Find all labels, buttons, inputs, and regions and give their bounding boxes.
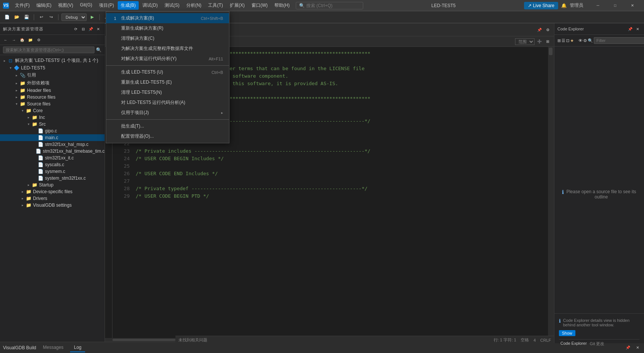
menu-rebuild-solution[interactable]: 重新生成解决方案(R)	[106, 23, 229, 33]
tree-visualgdb-settings[interactable]: ▸ 📁 VisualGDB settings	[0, 202, 105, 209]
close-button[interactable]: ✕	[624, 0, 641, 11]
rp-btn-2[interactable]: ☰	[562, 36, 565, 45]
rp-btn-filter[interactable]: ⚙	[583, 36, 587, 45]
bottom-tab-messages[interactable]: Messages	[39, 343, 67, 352]
sidebar-nav-back[interactable]: ←	[2, 36, 9, 43]
sidebar-btn-close[interactable]: ✕	[95, 26, 102, 32]
sidebar-nav-forward[interactable]: →	[10, 36, 17, 43]
line-number: 25	[114, 162, 130, 170]
editor-hscrollbar[interactable]: 未找到相关问题 行: 1 字符: 1 空格 4 CRLF	[105, 338, 554, 342]
menu-generate-db[interactable]: 为解决方案生成完整程序数据库文件	[106, 44, 229, 54]
menu-build[interactable]: 生成(B)	[118, 1, 139, 10]
rp-btn-view[interactable]: 👁	[578, 36, 583, 45]
menu-window[interactable]: 窗口(W)	[249, 1, 271, 10]
tree-drivers-label: Drivers	[33, 196, 47, 201]
menu-test[interactable]: 测试(S)	[162, 1, 183, 10]
editor-pin-btn[interactable]: 📌	[536, 26, 543, 33]
tree-main-c[interactable]: ▸ 📄 main.c	[0, 134, 105, 141]
search-input[interactable]	[306, 3, 355, 8]
rp-btn-search[interactable]: 🔍	[588, 36, 593, 45]
sidebar-show-all-files[interactable]: 📁	[27, 36, 34, 43]
menu-help[interactable]: 帮助(H)	[271, 1, 293, 10]
editor-toolbar-btn-add[interactable]: ➕	[536, 38, 543, 45]
menu-view[interactable]: 视图(V)	[55, 1, 76, 10]
code-explorer-pin-btn[interactable]: 📌	[627, 26, 634, 32]
menu-analyze[interactable]: 分析(N)	[183, 1, 205, 10]
code-explorer-subtab[interactable]: Code Explorer	[559, 341, 588, 347]
menu-clean-solution[interactable]: 清理解决方案(C)	[106, 33, 229, 44]
show-button[interactable]: Show	[559, 330, 575, 336]
tree-solution[interactable]: ▸ ⊡ 解决方案 'LED-TEST5' (1 个项目, 共 1 个)	[0, 57, 105, 65]
bottom-tab-log[interactable]: Log	[70, 343, 85, 352]
toolbar-save[interactable]: 💾	[22, 13, 31, 21]
tree-inc[interactable]: ▸ 📁 Inc	[0, 114, 105, 121]
menu-git[interactable]: Git(G)	[77, 1, 95, 10]
menu-build-solution[interactable]: 1 生成解决方案(B) Ctrl+Shift+B	[106, 13, 229, 23]
toolbar-new[interactable]: 📄	[3, 13, 11, 21]
sidebar-btn-sync[interactable]: ⟳	[72, 26, 79, 32]
menu-file[interactable]: 文件(F)	[12, 1, 33, 10]
menu-only-project[interactable]: 仅用于项目(J) ▸	[106, 108, 229, 118]
sidebar-nav-home[interactable]: 🏠	[19, 36, 25, 43]
search-bar[interactable]: 🔍	[296, 2, 363, 9]
menu-analyze-project[interactable]: 对 LED-TEST5 运行代码分析(A)	[106, 98, 229, 108]
tree-drivers[interactable]: ▸ 📁 Drivers	[0, 195, 105, 202]
tree-hal-tim[interactable]: ▸ 📄 stm32f1xx_hal_timebase_tim.c	[0, 148, 105, 155]
rp-btn-star[interactable]: ★	[570, 36, 574, 45]
tree-gpio-c[interactable]: ▸ 📄 gipo.c	[0, 128, 105, 134]
tree-source-files[interactable]: ▾ 📁 Source files	[0, 101, 105, 107]
sidebar-btn-collapse[interactable]: ⊟	[80, 26, 87, 32]
menu-analyze-solution[interactable]: 对解决方案运行代码分析(Y) Alt+F11	[106, 54, 229, 64]
tree-sysmem[interactable]: ▸ 📄 sysmem.c	[0, 168, 105, 175]
editor-hscrollbar-thumb[interactable]	[112, 339, 175, 341]
editor-toolbar-btn-split[interactable]: ⊞	[544, 38, 551, 45]
tree-startup[interactable]: ▸ 📁 Startup	[0, 182, 105, 188]
tree-syscalls[interactable]: ▸ 📄 syscalls.c	[0, 161, 105, 168]
bottom-subtabs: Code Explorer Git 更改	[559, 339, 640, 347]
git-changes-subtab[interactable]: Git 更改	[588, 341, 606, 347]
tree-core[interactable]: ▾ 📁 Core	[0, 107, 105, 114]
menu-tools[interactable]: 工具(T)	[205, 1, 226, 10]
menu-rebuild-project[interactable]: 重新生成 LED-TEST5 (E)	[106, 77, 229, 87]
sidebar-properties[interactable]: ⚙	[35, 36, 42, 43]
tree-it-c[interactable]: ▸ 📄 stm32f1xx_it.c	[0, 155, 105, 161]
code-explorer-filter[interactable]	[594, 37, 644, 44]
menu-batch-build[interactable]: 批生成(T)...	[106, 121, 229, 131]
toolbar-start-debug[interactable]: ▶	[88, 13, 96, 21]
rp-btn-3[interactable]: ⊡	[566, 36, 569, 45]
solution-icon: ⊡	[7, 58, 13, 63]
tree-ref[interactable]: ▸ 📎 引用	[0, 71, 105, 79]
live-share-button[interactable]: ↗ Live Share	[524, 2, 558, 9]
minimize-button[interactable]: ─	[589, 0, 607, 11]
tree-resource-files[interactable]: ▸ 📁 Resource files	[0, 94, 105, 101]
tree-src[interactable]: ▾ 📁 Src	[0, 121, 105, 128]
tree-device-specific[interactable]: ▸ 📁 Device-specific files	[0, 188, 105, 195]
menu-config-manager[interactable]: 配置管理器(O)...	[106, 131, 229, 141]
tree-system-stm32[interactable]: ▸ 📄 system_stm32f1xx.c	[0, 175, 105, 182]
tree-header-files[interactable]: ▸ 📁 Header files	[0, 87, 105, 94]
toolbar-undo[interactable]: ↩	[37, 13, 45, 21]
tree-ext-deps[interactable]: ▸ 📁 外部依赖项	[0, 79, 105, 87]
code-explorer-close-btn[interactable]: ✕	[634, 26, 641, 32]
toolbar-open[interactable]: 📂	[13, 13, 21, 21]
toolbar-redo[interactable]: ↪	[47, 13, 55, 21]
rp-btn-1[interactable]: ⊞	[557, 36, 561, 45]
menu-edit[interactable]: 编辑(E)	[33, 1, 54, 10]
sidebar-search-input[interactable]	[3, 47, 94, 53]
scope-select[interactable]: 范围	[515, 38, 535, 45]
editor-settings-btn[interactable]: ⚙	[544, 26, 551, 33]
notification-icon[interactable]: 🔔	[561, 3, 567, 8]
sidebar-search-icon[interactable]: 🔍	[96, 47, 102, 53]
tree-hal-msp[interactable]: ▸ 📄 stm32f1xx_hal_msp.c	[0, 141, 105, 148]
menu-debug[interactable]: 调试(D)	[139, 1, 161, 10]
debug-config-select[interactable]: Debug	[61, 14, 87, 21]
sidebar-btn-pin[interactable]: 📌	[87, 26, 94, 32]
menu-extensions[interactable]: 扩展(X)	[227, 1, 248, 10]
menu-project[interactable]: 项目(P)	[96, 1, 117, 10]
maximize-button[interactable]: □	[607, 0, 624, 11]
menu-clean-project[interactable]: 清理 LED-TEST5(N)	[106, 87, 229, 98]
editor-scrollbar[interactable]	[548, 47, 554, 338]
admin-button[interactable]: 管理员	[570, 2, 583, 9]
tree-project[interactable]: ▾ 🔷 LED-TEST5	[0, 65, 105, 71]
menu-build-project[interactable]: 生成 LED-TEST5 (U) Ctrl+B	[106, 67, 229, 77]
